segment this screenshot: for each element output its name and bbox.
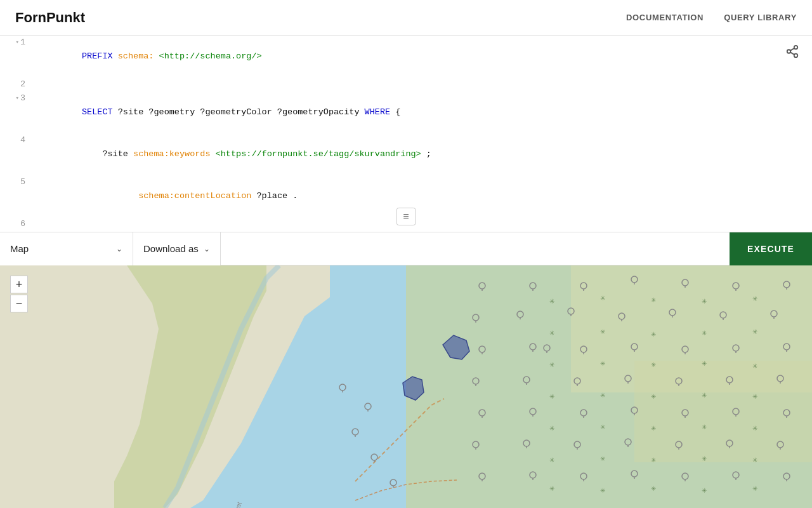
map-label: Map [10,243,29,254]
tree-symbol: ✳ [549,425,554,432]
svg-text:✳: ✳ [752,295,757,302]
svg-text:✳: ✳ [702,298,707,305]
tree-symbol: ✳ [752,363,757,370]
svg-text:✳: ✳ [702,360,707,367]
tree-symbol: ✳ [651,425,656,432]
svg-text:✳: ✳ [651,425,656,432]
svg-text:✳: ✳ [651,331,656,338]
tree-symbol: ✳ [549,298,554,305]
tree-symbol: ✳ [600,360,605,367]
execute-button[interactable]: EXECUTE [730,232,812,265]
tree-symbol: ✳ [702,360,707,367]
tree-symbol: ✳ [549,330,554,337]
tree-symbol: ✳ [752,295,757,302]
svg-text:✳: ✳ [600,487,605,494]
tree-symbol: ✳ [702,330,707,337]
tree-symbol: ✳ [600,455,605,462]
code-line-1: ▾1 PREFIX schema: <http://schema.org/> [0,36,812,77]
tree-symbol: ✳ [651,361,656,368]
toolbar: Map ⌄ Download as ⌄ EXECUTE [0,232,812,265]
svg-text:✳: ✳ [600,328,605,335]
nav-documentation[interactable]: DOCUMENTATION [626,13,704,22]
svg-text:✳: ✳ [702,392,707,399]
svg-text:✳: ✳ [651,457,656,464]
svg-text:✳: ✳ [549,425,554,432]
tree-symbol: ✳ [600,424,605,431]
zoom-out-button[interactable]: − [10,295,28,312]
download-dropdown-chevron: ⌄ [204,244,210,253]
map-dropdown-chevron: ⌄ [116,244,122,253]
tree-symbol: ✳ [600,392,605,399]
tree-symbol: ✳ [752,485,757,492]
tree-symbol: ✳ [752,425,757,432]
zoom-controls: + − [10,276,28,312]
tree-symbol: ✳ [600,487,605,494]
tree-symbol: ✳ [702,424,707,431]
tree-symbol: ✳ [651,297,656,304]
tree-symbol: ✳ [702,455,707,462]
text-overlay-button[interactable]: ≡ [396,208,416,225]
tree-symbol: ✳ [651,485,656,492]
tree-symbol: ✳ [752,457,757,464]
tree-symbol: ✳ [651,393,656,400]
tree-symbol: ✳ [702,487,707,494]
zoom-in-button[interactable]: + [10,276,28,293]
code-line-2: 2 [0,77,812,91]
map-area: Strandskogen naturreservat Strandskogen … [0,265,812,508]
tree-symbol: ✳ [600,328,605,335]
svg-text:✳: ✳ [600,392,605,399]
tree-symbol: ✳ [549,361,554,368]
map-dropdown[interactable]: Map ⌄ [0,232,133,265]
svg-text:✳: ✳ [549,393,554,400]
code-table: ▾1 PREFIX schema: <http://schema.org/> 2… [0,36,812,232]
svg-text:✳: ✳ [752,393,757,400]
svg-text:✳: ✳ [549,485,554,492]
svg-text:✳: ✳ [600,360,605,367]
svg-line-3 [790,52,794,55]
svg-text:✳: ✳ [752,425,757,432]
svg-text:✳: ✳ [702,455,707,462]
svg-text:✳: ✳ [752,457,757,464]
tree-symbol: ✳ [651,331,656,338]
code-line-3: ▾3 SELECT ?site ?geometry ?geometryColor… [0,91,812,133]
svg-text:✳: ✳ [600,295,605,302]
svg-text:✳: ✳ [651,485,656,492]
svg-text:✳: ✳ [752,328,757,335]
svg-text:✳: ✳ [651,393,656,400]
code-editor: ▾1 PREFIX schema: <http://schema.org/> 2… [0,36,812,232]
header: FornPunkt DOCUMENTATION QUERY LIBRARY [0,0,812,36]
svg-text:✳: ✳ [600,455,605,462]
tree-symbol: ✳ [752,328,757,335]
tree-symbol: ✳ [651,457,656,464]
tree-symbol: ✳ [702,298,707,305]
svg-text:✳: ✳ [549,298,554,305]
download-label: Download as [143,243,199,254]
tree-symbol: ✳ [600,295,605,302]
header-nav: DOCUMENTATION QUERY LIBRARY [626,13,797,22]
nav-query-library[interactable]: QUERY LIBRARY [724,13,797,22]
tree-symbol: ✳ [752,393,757,400]
share-button[interactable] [783,42,802,63]
map-svg: Strandskogen naturreservat Strandskogen … [0,265,812,508]
svg-text:✳: ✳ [651,297,656,304]
svg-line-4 [790,48,794,51]
tree-symbol: ✳ [549,485,554,492]
tree-symbol: ✳ [702,392,707,399]
svg-text:✳: ✳ [549,361,554,368]
tree-symbol: ✳ [549,457,554,464]
svg-text:✳: ✳ [752,485,757,492]
svg-text:✳: ✳ [752,363,757,370]
app-logo: FornPunkt [15,10,85,26]
download-dropdown[interactable]: Download as ⌄ [133,232,221,265]
svg-text:✳: ✳ [702,487,707,494]
svg-text:✳: ✳ [702,424,707,431]
svg-rect-8 [634,361,812,462]
svg-text:✳: ✳ [600,424,605,431]
svg-text:✳: ✳ [549,330,554,337]
code-line-4: 4 ?site schema:keywords <https://fornpun… [0,133,812,175]
tree-symbol: ✳ [549,393,554,400]
svg-text:✳: ✳ [549,457,554,464]
svg-text:✳: ✳ [651,361,656,368]
svg-text:✳: ✳ [702,330,707,337]
